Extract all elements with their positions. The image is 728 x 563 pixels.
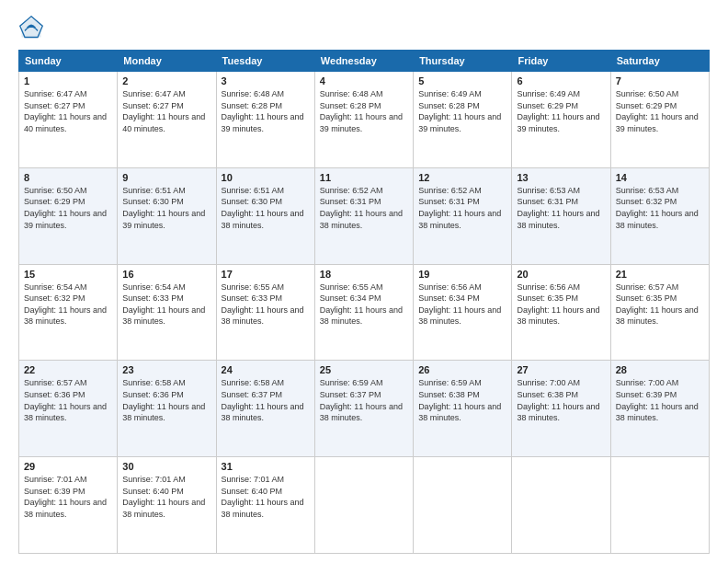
day-number: 28 xyxy=(616,364,704,375)
day-number: 23 xyxy=(122,364,210,375)
day-content: Sunrise: 7:00 AMSunset: 6:38 PMDaylight:… xyxy=(517,377,605,423)
day-content: Sunrise: 6:50 AMSunset: 6:29 PMDaylight:… xyxy=(24,185,112,231)
logo-icon xyxy=(18,15,44,40)
day-number: 25 xyxy=(320,364,408,375)
header-wednesday: Wednesday xyxy=(314,51,413,72)
header-friday: Friday xyxy=(512,51,610,72)
day-content: Sunrise: 6:56 AMSunset: 6:35 PMDaylight:… xyxy=(517,282,605,327)
calendar-cell: 22Sunrise: 6:57 AMSunset: 6:36 PMDayligh… xyxy=(19,361,118,457)
calendar-cell: 17Sunrise: 6:55 AMSunset: 6:33 PMDayligh… xyxy=(216,264,314,361)
day-content: Sunrise: 6:54 AMSunset: 6:32 PMDaylight:… xyxy=(24,282,112,327)
day-number: 8 xyxy=(24,172,112,183)
day-number: 5 xyxy=(418,75,506,86)
day-content: Sunrise: 6:53 AMSunset: 6:31 PMDaylight:… xyxy=(517,185,605,231)
calendar-cell: 28Sunrise: 7:00 AMSunset: 6:39 PMDayligh… xyxy=(610,361,709,457)
header-saturday: Saturday xyxy=(610,51,709,72)
calendar-cell: 18Sunrise: 6:55 AMSunset: 6:34 PMDayligh… xyxy=(314,264,413,361)
day-content: Sunrise: 6:50 AMSunset: 6:29 PMDaylight:… xyxy=(616,88,704,134)
day-number: 6 xyxy=(517,75,605,86)
day-number: 22 xyxy=(24,364,112,375)
day-number: 12 xyxy=(418,172,506,183)
calendar-cell: 31Sunrise: 7:01 AMSunset: 6:40 PMDayligh… xyxy=(216,457,314,554)
calendar-header-row: SundayMondayTuesdayWednesdayThursdayFrid… xyxy=(19,51,710,72)
calendar-week-2: 15Sunrise: 6:54 AMSunset: 6:32 PMDayligh… xyxy=(19,264,710,361)
day-number: 20 xyxy=(517,269,605,280)
day-content: Sunrise: 6:48 AMSunset: 6:28 PMDaylight:… xyxy=(222,88,310,134)
calendar-cell: 16Sunrise: 6:54 AMSunset: 6:33 PMDayligh… xyxy=(118,264,216,361)
day-number: 11 xyxy=(320,172,408,183)
calendar-cell: 19Sunrise: 6:56 AMSunset: 6:34 PMDayligh… xyxy=(414,264,512,361)
calendar-cell: 29Sunrise: 7:01 AMSunset: 6:39 PMDayligh… xyxy=(19,457,118,554)
day-number: 15 xyxy=(24,269,112,280)
day-content: Sunrise: 7:01 AMSunset: 6:40 PMDaylight:… xyxy=(222,474,310,520)
calendar-table: SundayMondayTuesdayWednesdayThursdayFrid… xyxy=(18,50,710,554)
day-content: Sunrise: 6:57 AMSunset: 6:36 PMDaylight:… xyxy=(24,377,112,423)
day-number: 18 xyxy=(320,269,408,280)
day-content: Sunrise: 6:52 AMSunset: 6:31 PMDaylight:… xyxy=(320,185,408,231)
header-monday: Monday xyxy=(118,51,216,72)
calendar-week-4: 29Sunrise: 7:01 AMSunset: 6:39 PMDayligh… xyxy=(19,457,710,554)
day-number: 2 xyxy=(122,75,210,86)
day-content: Sunrise: 6:53 AMSunset: 6:32 PMDaylight:… xyxy=(616,185,704,231)
day-number: 13 xyxy=(517,172,605,183)
day-content: Sunrise: 6:51 AMSunset: 6:30 PMDaylight:… xyxy=(122,185,210,231)
day-number: 21 xyxy=(616,269,704,280)
day-number: 1 xyxy=(24,75,112,86)
calendar-cell: 14Sunrise: 6:53 AMSunset: 6:32 PMDayligh… xyxy=(610,167,709,264)
day-number: 24 xyxy=(222,364,310,375)
day-content: Sunrise: 6:48 AMSunset: 6:28 PMDaylight:… xyxy=(320,88,408,134)
day-content: Sunrise: 6:58 AMSunset: 6:37 PMDaylight:… xyxy=(222,377,310,423)
day-content: Sunrise: 7:00 AMSunset: 6:39 PMDaylight:… xyxy=(616,377,704,423)
day-content: Sunrise: 6:54 AMSunset: 6:33 PMDaylight:… xyxy=(122,282,210,327)
calendar-cell: 15Sunrise: 6:54 AMSunset: 6:32 PMDayligh… xyxy=(19,264,118,361)
day-number: 16 xyxy=(122,269,210,280)
day-content: Sunrise: 6:55 AMSunset: 6:33 PMDaylight:… xyxy=(222,282,310,327)
day-number: 27 xyxy=(517,364,605,375)
calendar-cell: 5Sunrise: 6:49 AMSunset: 6:28 PMDaylight… xyxy=(414,72,512,168)
calendar-cell: 9Sunrise: 6:51 AMSunset: 6:30 PMDaylight… xyxy=(118,167,216,264)
day-number: 7 xyxy=(616,75,704,86)
header-tuesday: Tuesday xyxy=(216,51,314,72)
calendar-cell: 25Sunrise: 6:59 AMSunset: 6:37 PMDayligh… xyxy=(314,361,413,457)
calendar-week-3: 22Sunrise: 6:57 AMSunset: 6:36 PMDayligh… xyxy=(19,361,710,457)
calendar-cell: 21Sunrise: 6:57 AMSunset: 6:35 PMDayligh… xyxy=(610,264,709,361)
calendar-cell: 23Sunrise: 6:58 AMSunset: 6:36 PMDayligh… xyxy=(118,361,216,457)
calendar-cell: 30Sunrise: 7:01 AMSunset: 6:40 PMDayligh… xyxy=(118,457,216,554)
calendar-week-1: 8Sunrise: 6:50 AMSunset: 6:29 PMDaylight… xyxy=(19,167,710,264)
day-content: Sunrise: 6:52 AMSunset: 6:31 PMDaylight:… xyxy=(418,185,506,231)
day-content: Sunrise: 6:47 AMSunset: 6:27 PMDaylight:… xyxy=(24,88,112,134)
calendar-cell xyxy=(314,457,413,554)
day-number: 19 xyxy=(418,269,506,280)
day-number: 14 xyxy=(616,172,704,183)
day-content: Sunrise: 6:59 AMSunset: 6:37 PMDaylight:… xyxy=(320,377,408,423)
day-number: 3 xyxy=(222,75,310,86)
logo xyxy=(18,15,48,40)
calendar-cell: 27Sunrise: 7:00 AMSunset: 6:38 PMDayligh… xyxy=(512,361,610,457)
calendar-cell: 8Sunrise: 6:50 AMSunset: 6:29 PMDaylight… xyxy=(19,167,118,264)
day-content: Sunrise: 6:55 AMSunset: 6:34 PMDaylight:… xyxy=(320,282,408,327)
calendar-cell xyxy=(610,457,709,554)
day-number: 31 xyxy=(222,461,310,472)
day-number: 30 xyxy=(122,461,210,472)
calendar-cell: 3Sunrise: 6:48 AMSunset: 6:28 PMDaylight… xyxy=(216,72,314,168)
calendar-cell: 24Sunrise: 6:58 AMSunset: 6:37 PMDayligh… xyxy=(216,361,314,457)
calendar-cell: 13Sunrise: 6:53 AMSunset: 6:31 PMDayligh… xyxy=(512,167,610,264)
calendar-cell: 11Sunrise: 6:52 AMSunset: 6:31 PMDayligh… xyxy=(314,167,413,264)
calendar-cell: 20Sunrise: 6:56 AMSunset: 6:35 PMDayligh… xyxy=(512,264,610,361)
day-number: 9 xyxy=(122,172,210,183)
page: SundayMondayTuesdayWednesdayThursdayFrid… xyxy=(0,0,728,563)
calendar-cell xyxy=(414,457,512,554)
header-sunday: Sunday xyxy=(19,51,118,72)
calendar-cell: 4Sunrise: 6:48 AMSunset: 6:28 PMDaylight… xyxy=(314,72,413,168)
day-content: Sunrise: 6:58 AMSunset: 6:36 PMDaylight:… xyxy=(122,377,210,423)
calendar-week-0: 1Sunrise: 6:47 AMSunset: 6:27 PMDaylight… xyxy=(19,72,710,168)
day-number: 26 xyxy=(418,364,506,375)
day-content: Sunrise: 6:57 AMSunset: 6:35 PMDaylight:… xyxy=(616,282,704,327)
day-number: 4 xyxy=(320,75,408,86)
calendar-cell: 12Sunrise: 6:52 AMSunset: 6:31 PMDayligh… xyxy=(414,167,512,264)
calendar-cell: 10Sunrise: 6:51 AMSunset: 6:30 PMDayligh… xyxy=(216,167,314,264)
day-content: Sunrise: 6:51 AMSunset: 6:30 PMDaylight:… xyxy=(222,185,310,231)
day-number: 29 xyxy=(24,461,112,472)
day-content: Sunrise: 6:56 AMSunset: 6:34 PMDaylight:… xyxy=(418,282,506,327)
calendar-cell: 6Sunrise: 6:49 AMSunset: 6:29 PMDaylight… xyxy=(512,72,610,168)
